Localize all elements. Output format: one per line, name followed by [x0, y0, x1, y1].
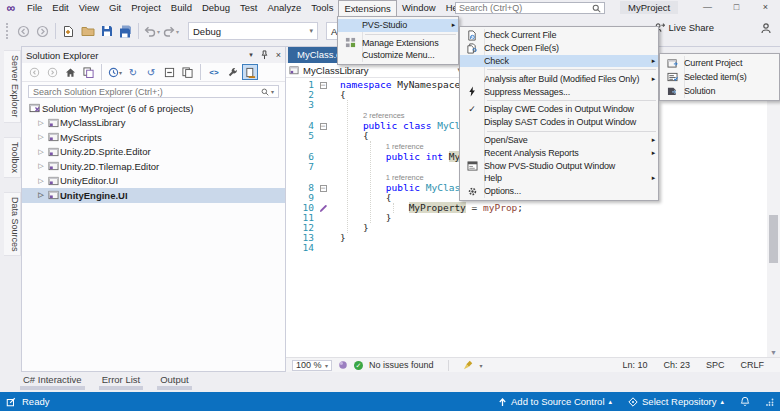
- live-share-button[interactable]: Live Share: [654, 22, 714, 33]
- scroll-down-icon[interactable]: ▼: [767, 349, 780, 356]
- menu-item-recent-analysis-reports[interactable]: Recent Analysis Reports▸: [460, 146, 658, 159]
- collapse-region-icon[interactable]: –: [320, 123, 327, 130]
- solution-explorer-titlebar[interactable]: Solution Explorer ▾ ×: [22, 47, 285, 63]
- select-repository-button[interactable]: Select Repository ▴: [628, 396, 724, 407]
- solution-explorer-search-input[interactable]: [33, 87, 261, 97]
- pin-icon[interactable]: [260, 50, 269, 60]
- menu-item-options[interactable]: Options...: [460, 185, 658, 198]
- chevron-down-icon[interactable]: ▾: [480, 362, 483, 369]
- open-folder-icon[interactable]: [78, 22, 97, 40]
- refresh-icon[interactable]: ↻: [125, 64, 141, 80]
- menu-title-debug[interactable]: Debug: [197, 0, 235, 16]
- add-to-source-control-button[interactable]: Add to Source Control ▴: [498, 396, 612, 407]
- properties-wrench-icon[interactable]: [224, 64, 240, 80]
- menu-title-build[interactable]: Build: [166, 0, 197, 16]
- menu-title-test[interactable]: Test: [235, 0, 262, 16]
- menu-item-manage-extensions[interactable]: Manage Extensions: [338, 37, 458, 50]
- account-name[interactable]: MyProject: [620, 1, 678, 14]
- issues-status[interactable]: No issues found: [369, 360, 434, 370]
- menu-title-analyze[interactable]: Analyze: [262, 0, 306, 16]
- se-forward-icon[interactable]: [44, 64, 60, 80]
- menu-item-selected-item-s[interactable]: Selected item(s): [660, 70, 779, 84]
- search-options-caret-icon[interactable]: ▾: [271, 88, 274, 95]
- menu-item-display-sast-codes-in-output-window[interactable]: Display SAST Codes in Output Window: [460, 116, 658, 129]
- menu-title-tools[interactable]: Tools: [306, 0, 338, 16]
- code-cleanup-broom-icon[interactable]: [463, 360, 474, 370]
- project-dropdown[interactable]: MyClassLibrary ▾: [289, 64, 461, 77]
- split-view-icon[interactable]: [338, 360, 348, 370]
- navigate-forward-icon[interactable]: [33, 22, 52, 40]
- show-all-files-icon[interactable]: [179, 64, 195, 80]
- menu-title-window[interactable]: Window: [397, 0, 441, 16]
- menu-item-analysis-after-build-modified-files-only[interactable]: Analysis after Build (Modified Files Onl…: [460, 72, 658, 85]
- vertical-scrollbar[interactable]: ▼: [767, 78, 780, 357]
- menu-item-check[interactable]: Check▸: [460, 55, 658, 68]
- resize-grip[interactable]: [766, 398, 774, 406]
- tree-row-unity-2d-sprite-editor[interactable]: ▷Unity.2D.Sprite.Editor: [22, 145, 285, 160]
- background-tasks-icon[interactable]: [6, 397, 16, 407]
- menu-item-pvs-studio[interactable]: PVS-Studio▸: [338, 19, 458, 32]
- menu-title-edit[interactable]: Edit: [47, 0, 73, 16]
- tree-row-unityengine-ui[interactable]: ▷UnityEngine.UI: [22, 188, 285, 203]
- navigate-back-icon[interactable]: [14, 22, 33, 40]
- tree-row-myscripts[interactable]: ▷MyScripts: [22, 130, 285, 145]
- line-ending-indicator[interactable]: CRLF: [740, 360, 764, 370]
- spaces-indicator[interactable]: SPC: [706, 360, 725, 370]
- tab-error-list[interactable]: Error List: [99, 372, 144, 390]
- notifications-bell-icon[interactable]: [740, 396, 750, 407]
- menu-item-customize-menu[interactable]: Customize Menu...: [338, 49, 458, 62]
- tab-server-explorer[interactable]: Server Explorer: [4, 50, 21, 123]
- expand-arrow-icon[interactable]: ▷: [36, 177, 46, 185]
- menu-item-check-open-file-s[interactable]: Check Open File(s): [460, 42, 658, 55]
- tree-row-unityeditor-ui[interactable]: ▷UnityEditor.UI: [22, 174, 285, 189]
- line-indicator[interactable]: Ln: 10: [622, 360, 647, 370]
- menu-item-display-cwe-codes-in-output-window[interactable]: ✓Display CWE Codes in Output Window: [460, 103, 658, 116]
- solution-explorer-search-box[interactable]: ▾: [28, 85, 279, 98]
- close-button[interactable]: ×: [751, 0, 780, 15]
- window-position-icon[interactable]: ▾: [249, 51, 253, 59]
- se-back-icon[interactable]: [26, 64, 42, 80]
- sync-with-active-document-icon[interactable]: [242, 64, 258, 80]
- menu-item-solution[interactable]: Solution: [660, 84, 779, 98]
- collapse-region-icon[interactable]: –: [320, 82, 327, 89]
- search-input[interactable]: [459, 3, 592, 13]
- home-icon[interactable]: [62, 64, 78, 80]
- expand-arrow-icon[interactable]: ▷: [36, 191, 46, 199]
- feedback-icon[interactable]: [760, 22, 772, 34]
- solution-configurations-dropdown[interactable]: Debug ▾: [188, 22, 318, 40]
- menu-item-current-project[interactable]: Current Project: [660, 56, 779, 70]
- expand-arrow-icon[interactable]: ▷: [36, 162, 46, 170]
- column-indicator[interactable]: Ch: 23: [663, 360, 690, 370]
- menu-title-git[interactable]: Git: [104, 0, 126, 16]
- tab-data-sources[interactable]: Data Sources: [4, 192, 21, 257]
- tab-toolbox[interactable]: Toolbox: [4, 137, 21, 178]
- zoom-dropdown[interactable]: 100 % ▾: [292, 360, 332, 371]
- tab-output[interactable]: Output: [157, 372, 192, 390]
- expand-arrow-icon[interactable]: ▷: [36, 119, 46, 127]
- pending-changes-filter-icon[interactable]: ▾: [107, 64, 123, 80]
- undo-icon[interactable]: ▾: [142, 22, 161, 40]
- menu-item-suppress-messages[interactable]: Suppress Messages...: [460, 85, 658, 98]
- close-panel-icon[interactable]: ×: [276, 50, 281, 60]
- menu-title-extensions[interactable]: Extensions: [338, 0, 396, 16]
- menu-title-project[interactable]: Project: [126, 0, 166, 16]
- menu-item-open-save[interactable]: Open/Save▸: [460, 134, 658, 147]
- minimize-button[interactable]: —: [693, 0, 722, 15]
- menu-title-view[interactable]: View: [74, 0, 104, 16]
- collapse-region-icon[interactable]: –: [320, 185, 327, 192]
- expand-arrow-icon[interactable]: ▷: [36, 148, 46, 156]
- expand-arrow-icon[interactable]: ▷: [36, 133, 46, 141]
- menu-item-help[interactable]: Help▸: [460, 172, 658, 185]
- tree-row-myclasslibrary[interactable]: ▷MyClassLibrary: [22, 116, 285, 131]
- tree-row-solution[interactable]: Solution 'MyProject' (6 of 6 projects): [22, 101, 285, 116]
- switch-views-icon[interactable]: [80, 64, 96, 80]
- view-code-icon[interactable]: <>: [206, 64, 222, 80]
- sync-icon[interactable]: ↺: [143, 64, 159, 80]
- menu-title-file[interactable]: File: [22, 0, 47, 16]
- save-icon[interactable]: [97, 22, 116, 40]
- save-all-icon[interactable]: [116, 22, 135, 40]
- toolbar-grip[interactable]: [6, 23, 11, 39]
- scrollbar-thumb[interactable]: [769, 215, 778, 263]
- menu-item-check-current-file[interactable]: Check Current File: [460, 29, 658, 42]
- redo-icon[interactable]: ▾: [161, 22, 180, 40]
